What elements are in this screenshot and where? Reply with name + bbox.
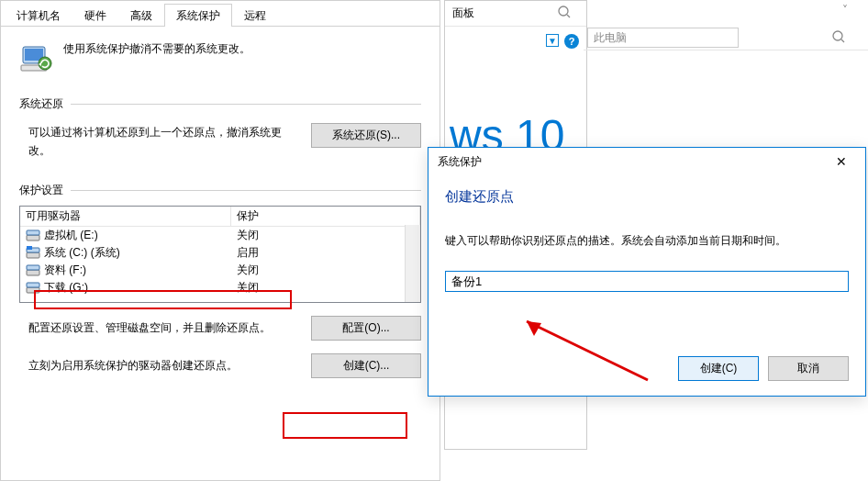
col-protect-header: 保护 [231,207,420,226]
svg-rect-15 [27,265,39,270]
restore-point-name-input[interactable] [445,271,849,292]
scrollbar[interactable] [405,225,420,302]
table-row[interactable]: 虚拟机 (E:)关闭 [20,227,420,244]
annotation-highlight-create [283,412,407,439]
chevron-down-icon[interactable]: ˅ [842,4,848,17]
explorer-window: ˅ 此电脑 [584,0,868,50]
svg-rect-17 [27,283,39,287]
drive-status: 启用 [237,245,415,261]
drive-name: 资料 (F:) [44,263,86,278]
create-restore-point-dialog: 系统保护 ✕ 创建还原点 键入可以帮助你识别还原点的描述。系统会自动添加当前日期… [428,147,866,397]
close-icon[interactable]: ✕ [827,152,856,171]
svg-rect-14 [27,270,39,275]
search-icon[interactable] [557,5,579,23]
restore-desc: 可以通过将计算机还原到上一个还原点，撤消系统更改。 [19,123,300,161]
drive-status: 关闭 [237,280,415,296]
svg-rect-11 [27,252,39,258]
drive-status: 关闭 [237,228,415,243]
system-restore-button[interactable]: 系统还原(S)... [311,123,421,148]
drive-name: 下载 (G:) [44,280,88,296]
modal-cancel-button[interactable]: 取消 [768,356,849,381]
intro-text: 使用系统保护撤消不需要的系统更改。 [63,41,250,57]
table-row[interactable]: 下载 (G:)关闭 [20,279,420,296]
down-arrow-icon[interactable]: ▼ [546,34,559,47]
col-drive-header: 可用驱动器 [20,207,231,226]
drive-name: 系统 (C:) (系统) [44,245,120,261]
svg-point-0 [559,6,568,16]
config-desc: 配置还原设置、管理磁盘空间，并且删除还原点。 [19,320,300,336]
help-icon[interactable]: ? [564,34,579,49]
svg-rect-9 [27,235,39,240]
table-row[interactable]: 系统 (C:) (系统)启用 [20,244,420,262]
drives-table[interactable]: 可用驱动器 保护 虚拟机 (E:)关闭系统 (C:) (系统)启用资料 (F:)… [19,206,421,303]
svg-rect-16 [27,287,39,293]
tab-system-protection[interactable]: 系统保护 [164,4,232,27]
svg-rect-13 [27,246,32,250]
modal-desc: 键入可以帮助你识别还原点的描述。系统会自动添加当前日期和时间。 [445,233,849,249]
modal-heading: 创建还原点 [445,188,849,206]
tab-hardware[interactable]: 硬件 [72,4,118,27]
svg-point-2 [833,31,842,40]
create-button[interactable]: 创建(C)... [311,353,421,378]
configure-button[interactable]: 配置(O)... [311,316,421,341]
drive-name: 虚拟机 (E:) [44,228,98,243]
tab-remote[interactable]: 远程 [232,4,278,27]
system-properties-dialog: 计算机名 硬件 高级 系统保护 远程 使用系统保护撤消不需要的系统更改。 系统还… [0,0,440,481]
svg-rect-10 [27,230,39,235]
table-row[interactable]: 资料 (F:)关闭 [20,262,420,279]
panel-label: 面板 [452,6,474,21]
section-restore-title: 系统还原 [19,96,63,112]
explorer-search-placeholder: 此电脑 [594,30,627,46]
svg-line-1 [567,15,570,17]
search-icon [831,29,846,47]
modal-title: 系统保护 [438,154,482,170]
modal-create-button[interactable]: 创建(C) [678,356,759,381]
explorer-search[interactable]: 此电脑 [587,28,739,48]
tab-advanced[interactable]: 高级 [118,4,164,27]
svg-line-3 [841,39,844,42]
tabstrip: 计算机名 硬件 高级 系统保护 远程 [1,1,440,27]
create-desc: 立刻为启用系统保护的驱动器创建还原点。 [19,358,300,374]
tab-computer-name[interactable]: 计算机名 [5,4,72,27]
drive-status: 关闭 [237,263,415,278]
section-settings-title: 保护设置 [19,183,63,198]
system-protection-icon [19,41,52,74]
